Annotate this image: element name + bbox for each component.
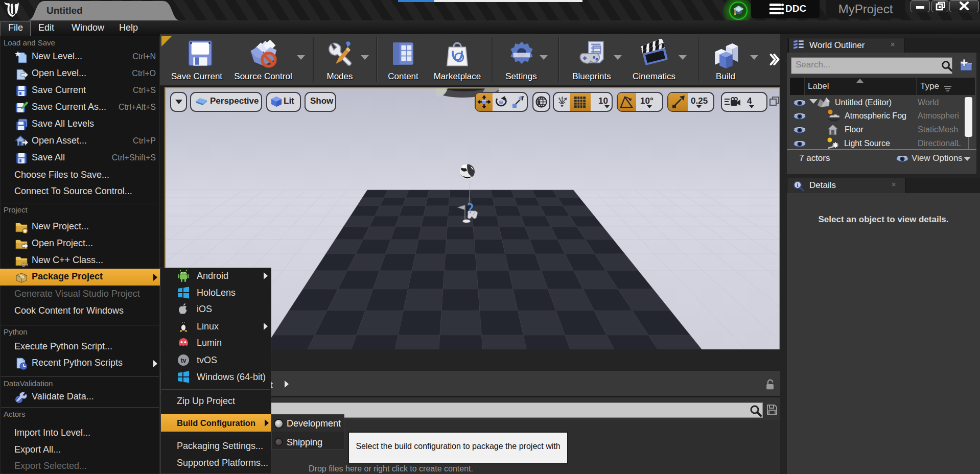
svg-text:C++: C++ <box>21 262 28 268</box>
svg-text:i: i <box>797 182 798 188</box>
svg-text:tv: tv <box>181 357 186 364</box>
